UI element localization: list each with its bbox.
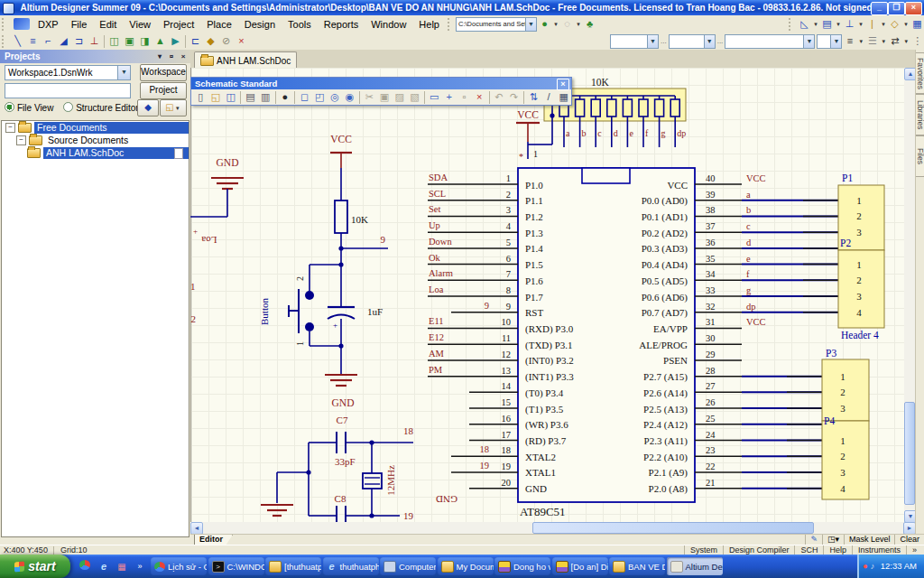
- pin-number[interactable]: 40: [706, 173, 716, 183]
- polygon-icon[interactable]: ◇: [887, 17, 902, 31]
- speaker-label[interactable]: Loa: [201, 235, 217, 246]
- header-designator[interactable]: P1: [842, 172, 853, 183]
- resistor-value[interactable]: 10K: [351, 214, 368, 225]
- tree-row[interactable]: −Free Documents: [2, 121, 189, 134]
- structure-editor-radio[interactable]: Structure Editor: [63, 103, 138, 113]
- net-label[interactable]: Loa: [429, 284, 444, 294]
- pin-number[interactable]: 8: [506, 285, 511, 295]
- pin-number[interactable]: 16: [502, 414, 512, 424]
- browse-icon[interactable]: ●: [277, 90, 292, 104]
- status-panel-system[interactable]: System: [684, 545, 723, 555]
- compile-mask-icon[interactable]: ⊘: [218, 34, 234, 48]
- taskbar-window-button[interactable]: >C:\WINDO...: [208, 557, 264, 575]
- expander-icon[interactable]: −: [5, 123, 15, 133]
- chevron-down-icon[interactable]: ▾: [812, 21, 819, 28]
- net-label[interactable]: d: [614, 128, 618, 138]
- header-pin-number[interactable]: 1: [856, 195, 862, 206]
- menu-item-file[interactable]: File: [65, 17, 94, 32]
- pin-number[interactable]: 32: [706, 302, 716, 312]
- net-label[interactable]: SDA: [429, 172, 448, 182]
- pin-name[interactable]: P1.3: [525, 228, 543, 238]
- menu-item-place[interactable]: Place: [200, 17, 238, 32]
- clear-button[interactable]: Clear: [894, 535, 924, 545]
- net-label[interactable]: Down: [429, 237, 452, 247]
- net-label[interactable]: 12: [190, 313, 196, 324]
- title-bar[interactable]: Altium Designer Summer 09 - C:\Documents…: [0, 0, 924, 15]
- header-designator[interactable]: P3: [826, 348, 836, 359]
- bus-entry-icon[interactable]: ◢: [56, 34, 71, 48]
- paste-icon[interactable]: ▨: [392, 90, 407, 104]
- workspace-combo[interactable]: Workspace1.DsnWrk▼: [5, 65, 131, 80]
- close-icon[interactable]: ×: [178, 51, 189, 61]
- style-combo[interactable]: ▼: [725, 34, 815, 49]
- close-button[interactable]: ×: [905, 2, 922, 15]
- pin-number[interactable]: 1: [295, 341, 305, 346]
- chrome-quicklaunch-icon[interactable]: [78, 558, 94, 574]
- cut-icon[interactable]: ✂: [362, 90, 377, 104]
- pin-number[interactable]: 36: [706, 238, 716, 247]
- side-tab-files[interactable]: Files: [916, 135, 924, 177]
- status-panel-design-compiler[interactable]: Design Compiler: [723, 545, 795, 555]
- net-label[interactable]: PM: [429, 365, 443, 375]
- pin-name[interactable]: P1.5: [525, 259, 543, 270]
- bus-icon[interactable]: ≡: [25, 34, 41, 48]
- net-label[interactable]: 19: [403, 510, 414, 521]
- line-icon[interactable]: /: [541, 90, 557, 104]
- toolbar-title-bar[interactable]: Schematic Standard ×: [191, 78, 571, 89]
- pin-name[interactable]: P0.5 (AD5): [642, 275, 688, 287]
- pin-number[interactable]: 35: [706, 254, 716, 264]
- net-label-icon[interactable]: ⊐: [71, 34, 87, 48]
- pin-number[interactable]: 28: [706, 366, 716, 376]
- distribute-icon[interactable]: ⇄: [887, 34, 902, 48]
- menu-item-design[interactable]: Design: [238, 17, 282, 32]
- pin-name[interactable]: (INT0) P3.2: [525, 355, 574, 367]
- pin-name[interactable]: P2.3 (A11): [644, 435, 688, 447]
- document-tab[interactable]: ANH LAM.SchDoc: [194, 51, 297, 69]
- taskbar-window-button[interactable]: [thuthuatp...: [265, 557, 321, 575]
- net-label[interactable]: Alarm: [429, 268, 453, 278]
- select-area-icon[interactable]: ▭: [427, 90, 442, 104]
- pin-number[interactable]: 1: [506, 173, 511, 183]
- project-combo[interactable]: [5, 83, 131, 98]
- deselect-icon[interactable]: ▫: [457, 90, 472, 104]
- wire-icon[interactable]: ╲: [10, 34, 25, 48]
- pin-number[interactable]: 2: [295, 276, 305, 281]
- zoom-in-icon[interactable]: ◎: [328, 90, 343, 104]
- restore-button[interactable]: ❐: [888, 2, 905, 15]
- pin-name[interactable]: P2.7 (A15): [643, 371, 688, 383]
- menu-item-window[interactable]: Window: [365, 17, 412, 32]
- vcc-power-port[interactable]: VCC: [330, 134, 352, 144]
- pin-number[interactable]: 30: [706, 333, 716, 343]
- open-icon[interactable]: ◱: [208, 90, 224, 104]
- chevron-down-icon[interactable]: ▾: [902, 21, 910, 28]
- compile-icon[interactable]: ●: [537, 17, 552, 31]
- dxp-icon[interactable]: [14, 18, 30, 30]
- resistor[interactable]: [335, 200, 347, 233]
- header-pin-number[interactable]: 3: [856, 291, 862, 302]
- more-options-icon[interactable]: ⋮: [910, 34, 924, 48]
- chevron-down-icon[interactable]: ▾: [835, 21, 842, 28]
- tree-row[interactable]: ANH LAM.SchDoc: [2, 146, 189, 159]
- pin-number[interactable]: 34: [706, 269, 716, 279]
- ic-designator[interactable]: AT89C51: [520, 505, 566, 518]
- header-p3[interactable]: [822, 359, 869, 421]
- pin-name[interactable]: P1.6: [525, 275, 543, 286]
- minimize-button[interactable]: _: [871, 2, 888, 15]
- net-label[interactable]: b: [746, 205, 751, 215]
- header-pin-number[interactable]: 2: [840, 387, 845, 397]
- taskbar-window-button[interactable]: My Docume...: [438, 557, 494, 575]
- pin-number[interactable]: 7: [506, 269, 511, 279]
- pin-number[interactable]: 24: [706, 430, 716, 440]
- pin-name[interactable]: P2.2 (A10): [643, 452, 688, 463]
- net-label[interactable]: e: [629, 128, 633, 138]
- size-combo[interactable]: ▼: [669, 34, 716, 49]
- ic-notch[interactable]: [582, 168, 630, 183]
- header-pin-number[interactable]: 3: [856, 227, 862, 238]
- sheet-symbol-icon[interactable]: ▣: [122, 34, 137, 48]
- horizontal-scroll-thumb[interactable]: [532, 522, 814, 534]
- pin-name[interactable]: XTAL2: [525, 452, 556, 462]
- pin-number[interactable]: 37: [706, 221, 716, 231]
- grid-icon[interactable]: ▦: [910, 17, 924, 31]
- pin-name[interactable]: P0.0 (AD0): [642, 195, 688, 207]
- net-label[interactable]: Up: [429, 220, 440, 230]
